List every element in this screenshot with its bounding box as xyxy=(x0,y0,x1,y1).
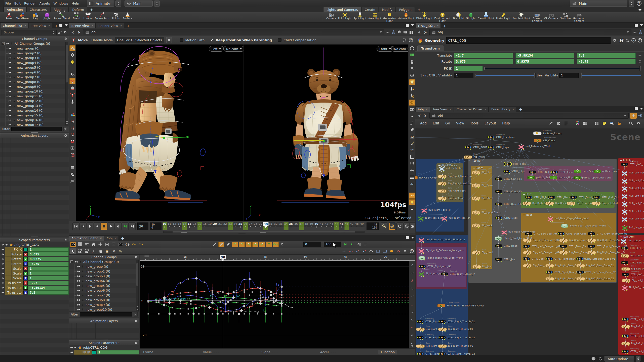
tree-item-new-group13[interactable]: new_group13 (0) xyxy=(0,103,69,108)
twelve-icon[interactable]: 12 xyxy=(409,133,415,140)
snap-point-icon[interactable] xyxy=(69,125,75,131)
point-icon[interactable] xyxy=(409,113,415,119)
shelf-tool-environment-light[interactable]: Environment Light xyxy=(433,12,452,22)
scale-icon[interactable] xyxy=(69,92,75,98)
param-bear-visibility-value[interactable]: 1 xyxy=(559,73,579,78)
tree-item-new-group4[interactable]: new_group4 (0) xyxy=(69,279,139,283)
net-colors-icon[interactable] xyxy=(574,121,581,125)
node-ctrl-cog[interactable]: CTRL_COG xyxy=(504,162,512,166)
bear-visibility-slider-handle[interactable] xyxy=(581,73,582,78)
tab-scene-view[interactable]: Scene View✕ xyxy=(69,23,96,28)
list-button[interactable] xyxy=(363,242,369,247)
node-rig-bear-cape-02[interactable]: Rig_Bear_Cape_02 xyxy=(559,250,568,255)
play-reverse-button[interactable] xyxy=(94,222,100,230)
corner-icon[interactable] xyxy=(409,154,415,160)
tab-pose-library[interactable]: Pose Library✕ xyxy=(489,107,517,112)
bear-visibility-slider-track[interactable] xyxy=(581,75,641,75)
scoped-param-rotatez[interactable]: RotateZ-3.75 xyxy=(0,261,69,266)
node-rig-bear-cape-01[interactable]: Rig_Bear_Cape_01 xyxy=(559,238,568,243)
geoselect-icon[interactable] xyxy=(69,59,75,65)
wave-cycle-button[interactable] xyxy=(273,242,279,247)
tree-item-new-group5[interactable]: new_group5 (0) xyxy=(0,65,69,70)
node-ctrl-bear-cape-01[interactable]: CTRL_Bear_Cape_01 xyxy=(557,232,565,236)
net-tree-icon[interactable] xyxy=(555,121,562,125)
tree-item-new-group2[interactable]: new_group2 (0) xyxy=(69,269,139,274)
graph-range-end-field[interactable]: 100 xyxy=(324,242,341,247)
net-shapes-icon[interactable] xyxy=(582,121,589,125)
tree-item-root[interactable]: -–All Channel Groups (0) xyxy=(0,41,69,46)
node-blend-bear-cape-local-world[interactable]: blend_Bear_Cape_Local_World xyxy=(560,224,569,228)
node-rig-right-pinky-02[interactable]: Rig_Right_Pinky_02Bone xyxy=(416,344,425,348)
fk-ik-slider-track[interactable] xyxy=(485,68,641,69)
next-key-button[interactable] xyxy=(122,222,129,230)
delete-keys-button[interactable]: ✕ xyxy=(111,248,117,254)
glasses-icon[interactable] xyxy=(409,106,415,112)
node-pathcv-belly[interactable]: pathcv_Belly xyxy=(527,175,535,179)
tangent-tie-button[interactable]: T xyxy=(266,242,272,247)
nav-back-button[interactable]: ⮜ xyxy=(417,30,422,34)
node-ctrl-right-pinky-02[interactable]: CTRL_Right_Pinky_02Geometry xyxy=(416,336,424,340)
desktop-spinner[interactable] xyxy=(115,1,121,7)
image-icon[interactable] xyxy=(409,193,415,199)
construct-icon[interactable] xyxy=(69,145,75,151)
close-tab-icon[interactable]: ✕ xyxy=(120,24,122,27)
snap-box-icon[interactable] xyxy=(69,118,75,124)
node-rig-right-upperleg[interactable]: Rig_Right_UpperLegBone xyxy=(438,174,447,179)
node-rig-left-index-01[interactable]: Rig_Left_Index_01Bone xyxy=(621,324,630,329)
node-null-left-foot-back[interactable]: Null_Left_Foot_Back xyxy=(622,194,628,199)
tree-item-new-group10[interactable]: new_group10 (0) xyxy=(0,89,69,94)
node-ctrl-right-pinky-03[interactable]: CTRL_Right_Pinky_03Geometry xyxy=(416,352,424,355)
shelf-tool-spot-light[interactable]: Spot Light xyxy=(352,12,367,22)
node-null-right-leg[interactable]: null_Right_Leg xyxy=(439,166,445,172)
go-start-button[interactable] xyxy=(342,242,348,247)
node-null-left-foot-out[interactable]: Null_Left_Foot_Out xyxy=(622,186,628,192)
node-rig-left-bear-cape-02[interactable]: Rig_Left_Bear_Cape_02 xyxy=(576,277,585,281)
scene-spinner[interactable] xyxy=(629,1,634,7)
tree-item-new-group8[interactable]: new_group8 (0) xyxy=(0,79,69,84)
insert-key-button[interactable] xyxy=(118,248,124,254)
close-tab-icon[interactable]: ✕ xyxy=(114,237,116,240)
edit-keys-button[interactable] xyxy=(212,242,218,247)
node-rig-right-lowerleg[interactable]: Rig_Right_LowerLegBone xyxy=(438,182,447,186)
graph-plot-area[interactable]: rxryrzsxsysztxtytz◄COG_FK_IK_Parameter20… xyxy=(140,261,415,348)
close-tab-icon[interactable]: ✕ xyxy=(100,237,102,240)
net-search-icon[interactable] xyxy=(627,121,634,125)
node-ctrl-neck[interactable]: CTRL_Neck xyxy=(495,216,503,220)
node-rig-head[interactable]: Rig_HeadBone xyxy=(472,250,480,255)
shelf-tool-vr-camera[interactable]: VR Camera xyxy=(543,12,559,22)
gear-icon[interactable] xyxy=(64,238,67,242)
gear-menu-button[interactable] xyxy=(402,248,408,254)
tree-item-new-group6[interactable]: new_group6 (0) xyxy=(0,70,69,75)
close-tab-icon[interactable]: ✕ xyxy=(426,108,428,111)
nav-forward-button[interactable]: ⮞ xyxy=(423,30,428,34)
hook-icon[interactable] xyxy=(409,120,415,126)
timeline-scrollbar[interactable] xyxy=(163,231,365,233)
node-ctrl-left-bear-arm-01[interactable]: CTRL_Left_Bear_Arm_01 xyxy=(525,232,533,236)
param-fk-ik-value[interactable]: 1 xyxy=(454,66,483,71)
node-rig-right-foot[interactable]: Rig_Right_FootBone xyxy=(438,189,447,193)
node-ctrl-right-thumb-02[interactable]: CTRL_Right_Thumb_02Geometry xyxy=(438,336,446,340)
curve-points-button[interactable] xyxy=(395,248,401,254)
node-ctrl-jaw[interactable]: CTRL_Jaw xyxy=(495,257,503,262)
shelf-tab-rigging[interactable]: Rigging xyxy=(50,7,69,12)
graph-frame-value[interactable]: --- xyxy=(155,350,202,354)
pan-button[interactable] xyxy=(97,242,103,247)
new-tab-button[interactable]: + xyxy=(125,24,132,28)
scene-path-field[interactable]: obj xyxy=(83,29,384,35)
close-tab-icon[interactable]: ✕ xyxy=(437,24,439,27)
shelf-tool-volume-light[interactable]: Volume Light xyxy=(397,12,415,22)
shelf-tab-create[interactable]: Create xyxy=(361,7,379,12)
tree-item-root[interactable]: -–All Channel Groups (0) xyxy=(69,259,139,264)
net-menu-view[interactable]: View xyxy=(453,121,467,125)
paste-keys-button[interactable] xyxy=(104,248,110,254)
param-skirt-visibility-value[interactable]: 1 xyxy=(454,73,473,78)
node-ctrl-left-leg[interactable]: CTRL_Left_LegGeometry xyxy=(620,162,628,167)
tree-item-new-group8[interactable]: new_group8 (0) xyxy=(69,298,139,302)
tree-item-new-group11[interactable]: new_group11 (0) xyxy=(0,94,69,99)
node-name-field[interactable]: CTRL_COG xyxy=(446,37,611,44)
handles-icon[interactable] xyxy=(69,71,75,77)
tab-obj[interactable]: /obj✕ xyxy=(104,236,119,241)
tree-item-new-group15[interactable]: new_group15 (0) xyxy=(0,113,69,118)
scope-pose-button[interactable]: { xyxy=(125,242,131,247)
loop-mode-button[interactable] xyxy=(396,222,403,230)
